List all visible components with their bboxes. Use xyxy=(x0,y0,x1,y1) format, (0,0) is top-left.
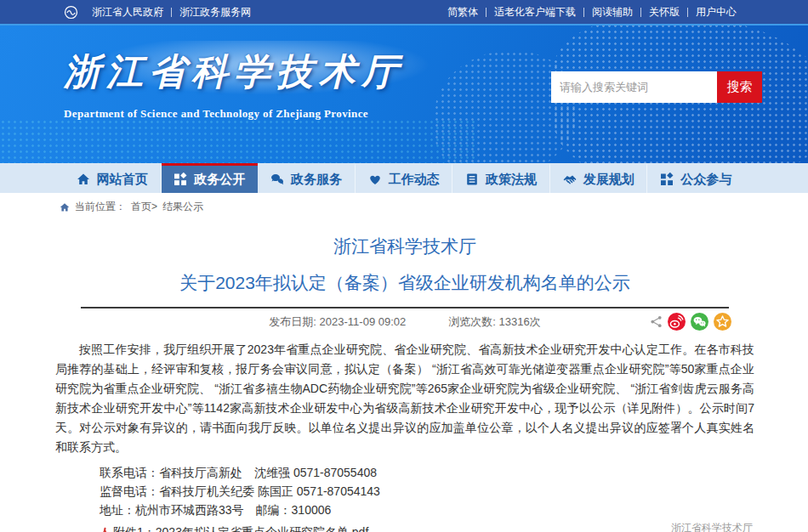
share-icon[interactable] xyxy=(650,315,663,328)
topbar-link-elder-client[interactable]: 适老化客户端下载 xyxy=(487,5,583,20)
site-banner: 浙江省科学技术厅 Department of Science and Techn… xyxy=(0,24,808,163)
breadcrumb-current: 结果公示 xyxy=(162,200,203,214)
site-title: 浙江省科学技术厅 xyxy=(64,48,404,97)
publish-date: 发布日期: 2023-11-09 09:02 xyxy=(269,314,406,330)
seal-icon xyxy=(660,173,674,186)
nav-tab-home[interactable]: 网站首页 xyxy=(64,163,162,193)
article-title-line1: 浙江省科学技术厅 xyxy=(55,235,754,258)
site-subtitle: Department of Science and Technology of … xyxy=(64,107,404,121)
handshake-icon xyxy=(563,173,577,186)
article-title-line2: 关于2023年拟认定（备案）省级企业研发机构名单的公示 xyxy=(55,271,754,295)
home-icon xyxy=(77,173,90,186)
nav-tab-label: 网站首页 xyxy=(97,172,148,188)
article: 浙江省科学技术厅 关于2023年拟认定（备案）省级企业研发机构名单的公示 发布日… xyxy=(55,235,754,532)
article-paragraph: 按照工作安排，我厅组织开展了2023年省重点企业研究院、省企业研究院、省高新技术… xyxy=(55,340,754,457)
page: 浙江省人民政府 浙江政务服务网 简繁体 适老化客户端下载 阅读辅助 关怀版 用户… xyxy=(0,0,808,532)
site-logo: 浙江省科学技术厅 Department of Science and Techn… xyxy=(64,48,404,121)
topbar-left: 浙江省人民政府 浙江政务服务网 xyxy=(64,5,259,20)
nav-tab-gov-services[interactable]: 政务服务 xyxy=(258,163,356,193)
topbar-link-simplified[interactable]: 简繁体 xyxy=(447,5,486,20)
gov-emblem-icon xyxy=(64,5,78,20)
topbar-link-care-version[interactable]: 关怀版 xyxy=(641,5,687,20)
breadcrumb: 当前位置： 首页> 结果公示 xyxy=(0,193,808,219)
nav-tab-public-participation[interactable]: 公众参与 xyxy=(647,163,744,193)
nav-tab-label: 政策法规 xyxy=(486,172,537,188)
view-count-value: 13316次 xyxy=(499,315,541,328)
view-count-label: 浏览次数: xyxy=(448,315,496,328)
main-nav: 网站首页 政务公开 政务服务 工作动态 xyxy=(0,163,808,193)
search-input[interactable] xyxy=(551,71,717,103)
location-home-icon xyxy=(60,202,70,212)
top-utility-bar: 浙江省人民政府 浙江政务服务网 简繁体 适老化客户端下载 阅读辅助 关怀版 用户… xyxy=(0,0,808,24)
breadcrumb-home[interactable]: 首页> xyxy=(131,200,157,214)
topbar-link-reading-aid[interactable]: 阅读辅助 xyxy=(584,5,640,20)
nav-tab-label: 政务服务 xyxy=(291,172,342,188)
heart-icon xyxy=(368,173,382,186)
publish-date-label: 发布日期: xyxy=(269,315,316,328)
nav-tab-work-news[interactable]: 工作动态 xyxy=(356,163,453,193)
dot-wave-decoration xyxy=(0,119,476,163)
article-meta: 发布日期: 2023-11-09 09:02 浏览次数: 13316次 xyxy=(55,308,754,336)
footer-agency-name: 浙江省科学技术厅 xyxy=(644,521,780,532)
contact-line-supervision: 监督电话：省科技厅机关纪委 陈国正 0571-87054143 xyxy=(100,482,754,501)
nav-tab-label: 工作动态 xyxy=(389,172,440,188)
contact-info: 联系电话：省科技厅高新处 沈维强 0571-87055408 监督电话：省科技厅… xyxy=(55,463,754,519)
nav-tab-label: 发展规划 xyxy=(583,172,634,188)
contact-line-phone: 联系电话：省科技厅高新处 沈维强 0571-87055408 xyxy=(100,463,754,482)
weibo-icon[interactable] xyxy=(668,313,686,331)
world-map-dots xyxy=(434,51,578,163)
topbar-link-gov[interactable]: 浙江省人民政府 xyxy=(84,5,171,20)
topbar-link-service-net[interactable]: 浙江政务服务网 xyxy=(172,5,259,20)
nav-tab-policies[interactable]: 政策法规 xyxy=(452,163,550,193)
qzone-star-icon[interactable] xyxy=(714,313,731,331)
breadcrumb-location-label: 当前位置： xyxy=(75,200,126,214)
contact-line-address: 地址：杭州市环城西路33号 邮编：310006 xyxy=(100,501,754,519)
attachment-link[interactable]: 附件1：2023年拟认定省重点企业研究院名单.pdf xyxy=(113,524,368,532)
nav-tab-development-plans[interactable]: 发展规划 xyxy=(550,163,648,193)
pdf-icon xyxy=(100,527,111,532)
topbar-link-user-center[interactable]: 用户中心 xyxy=(688,5,744,20)
topbar-right: 简繁体 适老化客户端下载 阅读辅助 关怀版 用户中心 xyxy=(447,5,744,20)
search-bar: 搜索 xyxy=(551,71,762,103)
share-bar xyxy=(650,313,731,331)
nav-tab-gov-disclosure[interactable]: 政务公开 xyxy=(162,163,259,193)
nav-tab-label: 公众参与 xyxy=(680,172,731,188)
document-icon xyxy=(465,173,479,186)
wechat-icon[interactable] xyxy=(691,313,708,331)
seal-icon xyxy=(174,173,187,186)
publish-date-value: 2023-11-09 09:02 xyxy=(320,315,407,328)
nav-tab-label: 政务公开 xyxy=(194,172,245,188)
view-count: 浏览次数: 13316次 xyxy=(448,314,540,330)
search-button[interactable]: 搜索 xyxy=(717,71,762,103)
chat-bubbles-icon xyxy=(270,173,284,186)
